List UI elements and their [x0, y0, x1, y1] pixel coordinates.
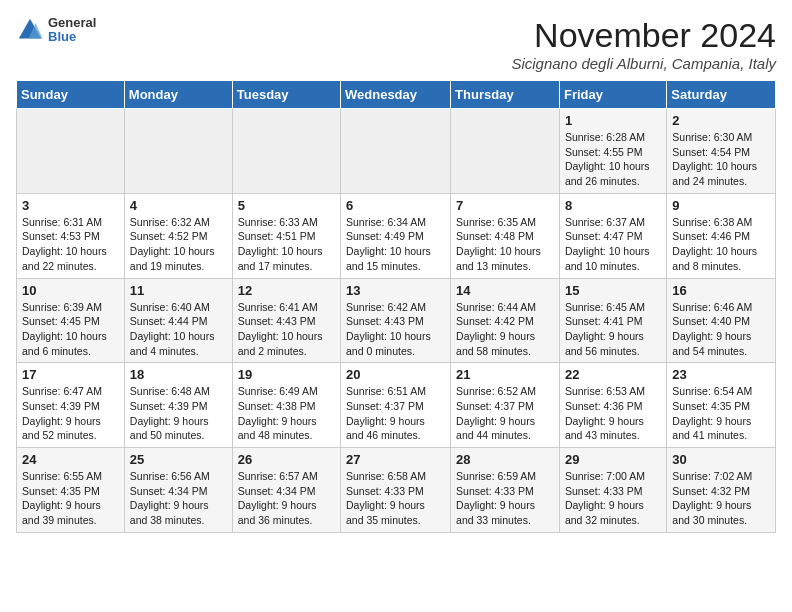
- day-number: 3: [22, 198, 119, 213]
- table-row: 10 Sunrise: 6:39 AMSunset: 4:45 PMDaylig…: [17, 278, 125, 363]
- table-row: 20 Sunrise: 6:51 AMSunset: 4:37 PMDaylig…: [341, 363, 451, 448]
- day-number: 12: [238, 283, 335, 298]
- day-number: 17: [22, 367, 119, 382]
- table-row: [17, 109, 125, 194]
- logo-icon: [16, 16, 44, 44]
- day-number: 8: [565, 198, 661, 213]
- header-monday: Monday: [124, 81, 232, 109]
- header-sunday: Sunday: [17, 81, 125, 109]
- header-wednesday: Wednesday: [341, 81, 451, 109]
- table-row: 4 Sunrise: 6:32 AMSunset: 4:52 PMDayligh…: [124, 193, 232, 278]
- day-info: Sunrise: 6:51 AMSunset: 4:37 PMDaylight:…: [346, 385, 426, 441]
- day-info: Sunrise: 6:34 AMSunset: 4:49 PMDaylight:…: [346, 216, 431, 272]
- day-info: Sunrise: 6:58 AMSunset: 4:33 PMDaylight:…: [346, 470, 426, 526]
- calendar-week-row: 3 Sunrise: 6:31 AMSunset: 4:53 PMDayligh…: [17, 193, 776, 278]
- table-row: 9 Sunrise: 6:38 AMSunset: 4:46 PMDayligh…: [667, 193, 776, 278]
- day-info: Sunrise: 6:56 AMSunset: 4:34 PMDaylight:…: [130, 470, 210, 526]
- table-row: [341, 109, 451, 194]
- day-info: Sunrise: 6:32 AMSunset: 4:52 PMDaylight:…: [130, 216, 215, 272]
- day-info: Sunrise: 6:53 AMSunset: 4:36 PMDaylight:…: [565, 385, 645, 441]
- calendar-week-row: 10 Sunrise: 6:39 AMSunset: 4:45 PMDaylig…: [17, 278, 776, 363]
- day-number: 1: [565, 113, 661, 128]
- day-number: 22: [565, 367, 661, 382]
- calendar-week-row: 24 Sunrise: 6:55 AMSunset: 4:35 PMDaylig…: [17, 448, 776, 533]
- table-row: [232, 109, 340, 194]
- day-info: Sunrise: 6:55 AMSunset: 4:35 PMDaylight:…: [22, 470, 102, 526]
- header-friday: Friday: [559, 81, 666, 109]
- table-row: [451, 109, 560, 194]
- day-number: 18: [130, 367, 227, 382]
- header-tuesday: Tuesday: [232, 81, 340, 109]
- day-info: Sunrise: 6:40 AMSunset: 4:44 PMDaylight:…: [130, 301, 215, 357]
- table-row: 26 Sunrise: 6:57 AMSunset: 4:34 PMDaylig…: [232, 448, 340, 533]
- day-info: Sunrise: 6:46 AMSunset: 4:40 PMDaylight:…: [672, 301, 752, 357]
- day-info: Sunrise: 7:00 AMSunset: 4:33 PMDaylight:…: [565, 470, 645, 526]
- table-row: 5 Sunrise: 6:33 AMSunset: 4:51 PMDayligh…: [232, 193, 340, 278]
- day-number: 14: [456, 283, 554, 298]
- table-row: 17 Sunrise: 6:47 AMSunset: 4:39 PMDaylig…: [17, 363, 125, 448]
- day-number: 15: [565, 283, 661, 298]
- header-saturday: Saturday: [667, 81, 776, 109]
- day-number: 20: [346, 367, 445, 382]
- day-number: 30: [672, 452, 770, 467]
- day-info: Sunrise: 6:31 AMSunset: 4:53 PMDaylight:…: [22, 216, 107, 272]
- day-info: Sunrise: 6:59 AMSunset: 4:33 PMDaylight:…: [456, 470, 536, 526]
- day-number: 26: [238, 452, 335, 467]
- day-info: Sunrise: 6:30 AMSunset: 4:54 PMDaylight:…: [672, 131, 757, 187]
- logo-text: General Blue: [48, 16, 96, 45]
- day-info: Sunrise: 6:44 AMSunset: 4:42 PMDaylight:…: [456, 301, 536, 357]
- day-info: Sunrise: 6:57 AMSunset: 4:34 PMDaylight:…: [238, 470, 318, 526]
- table-row: 14 Sunrise: 6:44 AMSunset: 4:42 PMDaylig…: [451, 278, 560, 363]
- day-number: 5: [238, 198, 335, 213]
- day-number: 2: [672, 113, 770, 128]
- table-row: 11 Sunrise: 6:40 AMSunset: 4:44 PMDaylig…: [124, 278, 232, 363]
- day-number: 23: [672, 367, 770, 382]
- logo-blue: Blue: [48, 30, 96, 44]
- calendar-week-row: 1 Sunrise: 6:28 AMSunset: 4:55 PMDayligh…: [17, 109, 776, 194]
- day-info: Sunrise: 6:42 AMSunset: 4:43 PMDaylight:…: [346, 301, 431, 357]
- day-number: 16: [672, 283, 770, 298]
- day-info: Sunrise: 6:48 AMSunset: 4:39 PMDaylight:…: [130, 385, 210, 441]
- table-row: 18 Sunrise: 6:48 AMSunset: 4:39 PMDaylig…: [124, 363, 232, 448]
- day-number: 21: [456, 367, 554, 382]
- day-number: 19: [238, 367, 335, 382]
- day-info: Sunrise: 6:47 AMSunset: 4:39 PMDaylight:…: [22, 385, 102, 441]
- calendar-week-row: 17 Sunrise: 6:47 AMSunset: 4:39 PMDaylig…: [17, 363, 776, 448]
- calendar-table: Sunday Monday Tuesday Wednesday Thursday…: [16, 80, 776, 533]
- day-number: 6: [346, 198, 445, 213]
- title-block: November 2024 Sicignano degli Alburni, C…: [511, 16, 776, 72]
- table-row: 12 Sunrise: 6:41 AMSunset: 4:43 PMDaylig…: [232, 278, 340, 363]
- day-number: 7: [456, 198, 554, 213]
- day-info: Sunrise: 6:39 AMSunset: 4:45 PMDaylight:…: [22, 301, 107, 357]
- table-row: 23 Sunrise: 6:54 AMSunset: 4:35 PMDaylig…: [667, 363, 776, 448]
- day-number: 24: [22, 452, 119, 467]
- location-title: Sicignano degli Alburni, Campania, Italy: [511, 55, 776, 72]
- table-row: 30 Sunrise: 7:02 AMSunset: 4:32 PMDaylig…: [667, 448, 776, 533]
- day-info: Sunrise: 6:35 AMSunset: 4:48 PMDaylight:…: [456, 216, 541, 272]
- table-row: 19 Sunrise: 6:49 AMSunset: 4:38 PMDaylig…: [232, 363, 340, 448]
- page-header: General Blue November 2024 Sicignano deg…: [16, 16, 776, 72]
- month-title: November 2024: [511, 16, 776, 55]
- day-number: 25: [130, 452, 227, 467]
- table-row: 24 Sunrise: 6:55 AMSunset: 4:35 PMDaylig…: [17, 448, 125, 533]
- day-number: 29: [565, 452, 661, 467]
- table-row: 27 Sunrise: 6:58 AMSunset: 4:33 PMDaylig…: [341, 448, 451, 533]
- table-row: 3 Sunrise: 6:31 AMSunset: 4:53 PMDayligh…: [17, 193, 125, 278]
- day-number: 10: [22, 283, 119, 298]
- day-number: 13: [346, 283, 445, 298]
- table-row: 28 Sunrise: 6:59 AMSunset: 4:33 PMDaylig…: [451, 448, 560, 533]
- day-info: Sunrise: 7:02 AMSunset: 4:32 PMDaylight:…: [672, 470, 752, 526]
- day-info: Sunrise: 6:38 AMSunset: 4:46 PMDaylight:…: [672, 216, 757, 272]
- table-row: 1 Sunrise: 6:28 AMSunset: 4:55 PMDayligh…: [559, 109, 666, 194]
- day-info: Sunrise: 6:45 AMSunset: 4:41 PMDaylight:…: [565, 301, 645, 357]
- day-number: 9: [672, 198, 770, 213]
- day-info: Sunrise: 6:33 AMSunset: 4:51 PMDaylight:…: [238, 216, 323, 272]
- day-info: Sunrise: 6:37 AMSunset: 4:47 PMDaylight:…: [565, 216, 650, 272]
- day-number: 27: [346, 452, 445, 467]
- table-row: 8 Sunrise: 6:37 AMSunset: 4:47 PMDayligh…: [559, 193, 666, 278]
- table-row: 15 Sunrise: 6:45 AMSunset: 4:41 PMDaylig…: [559, 278, 666, 363]
- logo-general: General: [48, 16, 96, 30]
- day-number: 28: [456, 452, 554, 467]
- table-row: 13 Sunrise: 6:42 AMSunset: 4:43 PMDaylig…: [341, 278, 451, 363]
- day-info: Sunrise: 6:41 AMSunset: 4:43 PMDaylight:…: [238, 301, 323, 357]
